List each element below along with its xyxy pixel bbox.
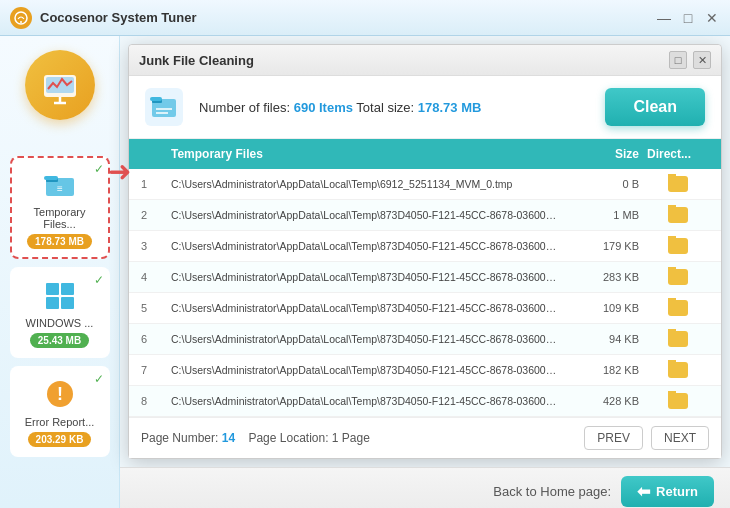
sidebar-item-windows[interactable]: ✓ WINDOWS ... 25.43 MB — [10, 267, 110, 358]
row-size: 1 MB — [563, 207, 643, 223]
windows-label: WINDOWS ... — [26, 317, 94, 329]
error-report-label: Error Report... — [25, 416, 95, 428]
temp-files-icon: ≡ — [42, 166, 78, 202]
footer: Back to Home page: ⬅ Return — [120, 467, 730, 508]
table-row: 6 C:\Users\Administrator\AppData\Local\T… — [129, 324, 721, 355]
minimize-button[interactable]: — — [656, 10, 672, 26]
maximize-button[interactable]: □ — [680, 10, 696, 26]
check-icon-3: ✓ — [94, 372, 104, 386]
check-icon: ✓ — [94, 162, 104, 176]
modal-controls: □ ✕ — [669, 51, 711, 69]
folder-icon[interactable] — [668, 269, 688, 285]
row-dir — [643, 267, 713, 287]
row-path: C:\Users\Administrator\AppData\Local\Tem… — [167, 269, 563, 285]
row-path: C:\Users\Administrator\AppData\Local\Tem… — [167, 300, 563, 316]
temp-files-label: Temporary Files... — [18, 206, 102, 230]
row-path: C:\Users\Administrator\AppData\Local\Tem… — [167, 393, 563, 409]
svg-rect-13 — [61, 297, 74, 309]
svg-text:≡: ≡ — [57, 183, 63, 194]
sidebar-item-temp-files[interactable]: ✓ ≡ Temporary Files... 178.73 MB — [10, 156, 110, 259]
windows-badge: 25.43 MB — [30, 333, 89, 348]
col-name: Temporary Files — [167, 145, 563, 163]
table-header: Temporary Files Size Direct... — [129, 139, 721, 169]
file-count: 690 Items — [294, 100, 353, 115]
folder-icon[interactable] — [668, 362, 688, 378]
content-area: Junk File Cleaning □ ✕ Numb — [120, 36, 730, 508]
title-bar: Cocosenor System Tuner — □ ✕ — [0, 0, 730, 36]
check-icon-2: ✓ — [94, 273, 104, 287]
table-row: 8 C:\Users\Administrator\AppData\Local\T… — [129, 386, 721, 417]
selection-arrow: ➜ — [108, 155, 131, 188]
window-controls: — □ ✕ — [656, 10, 720, 26]
row-dir — [643, 329, 713, 349]
row-size: 182 KB — [563, 362, 643, 378]
row-num: 2 — [137, 207, 167, 223]
app-title: Cocosenor System Tuner — [40, 10, 656, 25]
prev-button[interactable]: PREV — [584, 426, 643, 450]
table-rows: 1 C:\Users\Administrator\AppData\Local\T… — [129, 169, 721, 417]
table-row: 2 C:\Users\Administrator\AppData\Local\T… — [129, 200, 721, 231]
svg-rect-12 — [46, 297, 59, 309]
folder-icon[interactable] — [668, 176, 688, 192]
table-row: 7 C:\Users\Administrator\AppData\Local\T… — [129, 355, 721, 386]
info-text: Number of files: 690 Items Total size: 1… — [199, 100, 589, 115]
svg-text:!: ! — [57, 384, 63, 404]
modal-window: Junk File Cleaning □ ✕ Numb — [128, 44, 722, 459]
return-icon: ⬅ — [637, 482, 650, 501]
table-row: 5 C:\Users\Administrator\AppData\Local\T… — [129, 293, 721, 324]
footer-label: Back to Home page: — [493, 484, 611, 499]
row-num: 7 — [137, 362, 167, 378]
row-size: 0 B — [563, 176, 643, 192]
row-dir — [643, 174, 713, 194]
info-middle: Total size: — [356, 100, 414, 115]
svg-rect-8 — [44, 176, 58, 180]
file-table: Temporary Files Size Direct... 1 C:\User… — [129, 139, 721, 417]
row-size: 283 KB — [563, 269, 643, 285]
error-report-badge: 203.29 KB — [28, 432, 92, 447]
folder-icon[interactable] — [668, 393, 688, 409]
return-button[interactable]: ⬅ Return — [621, 476, 714, 507]
windows-icon — [42, 277, 78, 313]
temp-files-badge: 178.73 MB — [27, 234, 92, 249]
row-size: 179 KB — [563, 238, 643, 254]
clean-button[interactable]: Clean — [605, 88, 705, 126]
total-size: 178.73 MB — [418, 100, 482, 115]
close-button[interactable]: ✕ — [704, 10, 720, 26]
page-info: Page Number: 14 Page Location: 1 Page — [141, 431, 576, 445]
page-number: 14 — [222, 431, 235, 445]
row-dir — [643, 298, 713, 318]
sidebar: ➜ ✓ ≡ Temporary Files... 178.73 MB ✓ — [0, 36, 120, 508]
row-num: 3 — [137, 238, 167, 254]
info-bar: Number of files: 690 Items Total size: 1… — [129, 76, 721, 139]
modal-close-button[interactable]: ✕ — [693, 51, 711, 69]
row-path: C:\Users\Administrator\AppData\Local\Tem… — [167, 362, 563, 378]
row-num: 5 — [137, 300, 167, 316]
loc-label: Page Location: — [248, 431, 328, 445]
row-size: 94 KB — [563, 331, 643, 347]
modal-title-bar: Junk File Cleaning □ ✕ — [129, 45, 721, 76]
row-path: C:\Users\Administrator\AppData\Local\Tem… — [167, 176, 563, 192]
col-dir: Direct... — [643, 145, 713, 163]
folder-icon[interactable] — [668, 207, 688, 223]
svg-rect-18 — [150, 97, 162, 101]
row-num: 4 — [137, 269, 167, 285]
row-dir — [643, 236, 713, 256]
table-row: 1 C:\Users\Administrator\AppData\Local\T… — [129, 169, 721, 200]
row-num: 1 — [137, 176, 167, 192]
return-label: Return — [656, 484, 698, 499]
modal-maximize-button[interactable]: □ — [669, 51, 687, 69]
folder-icon[interactable] — [668, 238, 688, 254]
row-dir — [643, 360, 713, 380]
modal-title: Junk File Cleaning — [139, 53, 669, 68]
folder-icon[interactable] — [668, 300, 688, 316]
col-size: Size — [563, 145, 643, 163]
folder-icon[interactable] — [668, 331, 688, 347]
sidebar-main-icon — [25, 50, 95, 120]
row-num: 6 — [137, 331, 167, 347]
row-size: 428 KB — [563, 393, 643, 409]
sidebar-item-error-report[interactable]: ✓ ! Error Report... 203.29 KB — [10, 366, 110, 457]
table-row: 3 C:\Users\Administrator\AppData\Local\T… — [129, 231, 721, 262]
page-label: Page Number: — [141, 431, 218, 445]
next-button[interactable]: NEXT — [651, 426, 709, 450]
files-icon — [145, 88, 183, 126]
